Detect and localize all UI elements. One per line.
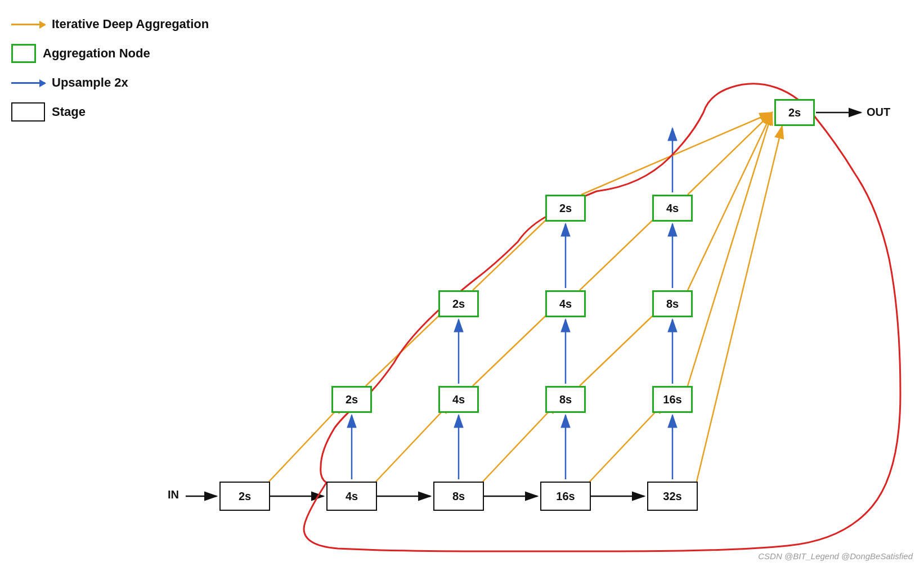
label-in: IN	[168, 488, 179, 501]
agg-2s-row3: 2s	[545, 195, 586, 222]
agg-4s-row3: 4s	[652, 195, 693, 222]
watermark: CSDN @BIT_Legend @DongBeSatisfied	[758, 551, 913, 561]
agg-4s-row2: 4s	[545, 290, 586, 317]
agg-2s-row1: 2s	[331, 386, 372, 413]
stage-16s: 16s	[540, 482, 591, 511]
svg-line-28	[688, 113, 772, 290]
legend-item-orange: Iterative Deep Aggregation	[11, 17, 209, 32]
svg-line-30	[688, 113, 772, 386]
agg-8s-row2: 8s	[652, 290, 693, 317]
svg-line-25	[688, 113, 772, 195]
svg-line-31	[697, 126, 782, 482]
legend-label-green: Aggregation Node	[43, 46, 150, 61]
blue-arrow-icon	[11, 82, 45, 84]
label-out: OUT	[867, 106, 890, 119]
svg-line-21	[581, 113, 772, 195]
legend-item-blue: Upsample 2x	[11, 75, 209, 90]
green-box-icon	[11, 44, 36, 63]
svg-line-18	[269, 402, 344, 482]
legend-label-orange: Iterative Deep Aggregation	[52, 17, 209, 32]
agg-16s-row1: 16s	[652, 386, 693, 413]
legend: Iterative Deep Aggregation Aggregation N…	[11, 17, 209, 134]
legend-label-stage: Stage	[52, 105, 86, 119]
agg-2s-row2: 2s	[438, 290, 479, 317]
diagram-container: Iterative Deep Aggregation Aggregation N…	[0, 0, 924, 571]
agg-8s-row1: 8s	[545, 386, 586, 413]
stage-8s: 8s	[433, 482, 484, 511]
legend-label-blue: Upsample 2x	[52, 75, 128, 90]
agg-2s-row4: 2s	[774, 99, 815, 126]
stage-2s: 2s	[219, 482, 270, 511]
svg-line-26	[483, 402, 558, 482]
legend-item-black-box: Stage	[11, 102, 209, 122]
svg-line-22	[376, 402, 451, 482]
stage-32s: 32s	[647, 482, 698, 511]
stage-4s: 4s	[326, 482, 377, 511]
orange-arrow-icon	[11, 24, 45, 25]
svg-line-29	[590, 402, 665, 482]
agg-4s-row1: 4s	[438, 386, 479, 413]
black-box-icon	[11, 102, 45, 122]
legend-item-green-box: Aggregation Node	[11, 44, 209, 63]
